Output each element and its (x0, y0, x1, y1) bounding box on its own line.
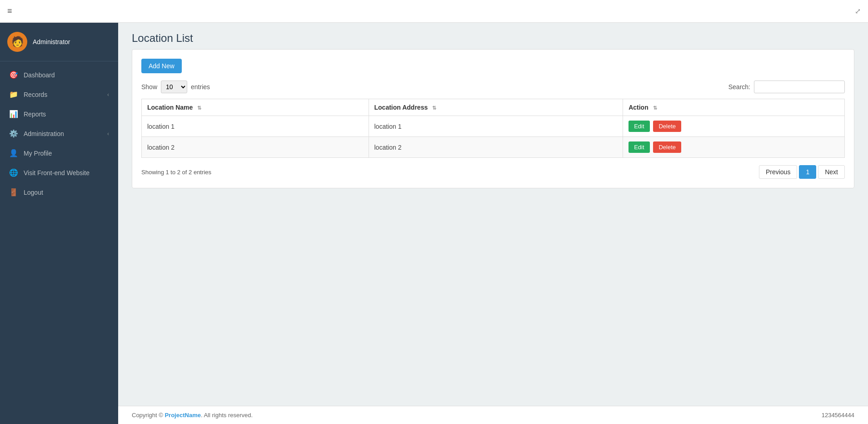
pagination-area: Showing 1 to 2 of 2 entries Previous 1 N… (141, 165, 845, 179)
table-row: location 1 location 1 Edit Delete (142, 116, 845, 137)
hamburger-icon[interactable]: ≡ (7, 6, 12, 16)
entries-select[interactable]: 10 25 50 100 (161, 81, 187, 93)
sidebar-item-dashboard-label: Dashboard (24, 71, 109, 79)
sort-location-name-icon[interactable]: ⇅ (197, 105, 201, 111)
sidebar-item-visit-frontend-label: Visit Front-end Website (24, 169, 109, 177)
sidebar-item-records[interactable]: 📁 Records ‹ (0, 85, 118, 104)
avatar-icon: 🧑 (11, 36, 24, 48)
footer-rights-text: . All rights reserved. (201, 412, 253, 419)
sidebar-nav: 🎯 Dashboard 📁 Records ‹ 📊 Reports ⚙️ Adm… (0, 61, 118, 424)
footer-copyright: Copyright © ProjectName. All rights rese… (132, 412, 253, 419)
add-new-button[interactable]: Add New (141, 59, 182, 73)
content-area: Location List Add New Show 10 25 (118, 23, 868, 424)
cell-location-address: location 1 (369, 116, 623, 137)
showing-info: Showing 1 to 2 of 2 entries (141, 169, 211, 176)
sidebar-item-records-label: Records (24, 91, 102, 98)
sidebar-username: Administrator (33, 38, 70, 45)
col-location-address: Location Address ⇅ (369, 99, 623, 116)
previous-button[interactable]: Previous (759, 165, 797, 179)
content-header: Location List (118, 23, 868, 49)
records-icon: 📁 (9, 90, 18, 99)
topbar-left: ≡ (7, 6, 12, 16)
page-1-button[interactable]: 1 (799, 165, 816, 179)
visit-frontend-icon: 🌐 (9, 168, 18, 177)
table-header-row: Location Name ⇅ Location Address ⇅ Actio… (142, 99, 845, 116)
cell-action: Edit Delete (623, 137, 845, 158)
delete-button[interactable]: Delete (653, 121, 681, 132)
logout-icon: 🚪 (9, 188, 18, 197)
expand-icon[interactable]: ⤢ (855, 7, 861, 15)
sidebar-item-administration-label: Administration (24, 130, 102, 137)
table-controls: Show 10 25 50 100 entries Search: (141, 81, 845, 93)
search-label: Search: (728, 83, 750, 91)
edit-button[interactable]: Edit (629, 121, 649, 132)
content-body: Add New Show 10 25 50 100 entri (118, 49, 868, 406)
sidebar-item-logout[interactable]: 🚪 Logout (0, 182, 118, 202)
administration-icon: ⚙️ (9, 129, 18, 138)
show-entries: Show 10 25 50 100 entries (141, 81, 210, 93)
main-layout: 🧑 Administrator 🎯 Dashboard 📁 Records ‹ … (0, 23, 868, 424)
col-location-name-label: Location Name (147, 104, 193, 111)
table-row: location 2 location 2 Edit Delete (142, 137, 845, 158)
sidebar-item-reports[interactable]: 📊 Reports (0, 104, 118, 124)
col-location-name: Location Name ⇅ (142, 99, 369, 116)
sidebar-user-section: 🧑 Administrator (0, 23, 118, 61)
location-table: Location Name ⇅ Location Address ⇅ Actio… (141, 99, 845, 158)
page-title: Location List (132, 32, 854, 45)
col-action: Action ⇅ (623, 99, 845, 116)
footer-copyright-text: Copyright © (132, 412, 165, 419)
search-input[interactable] (754, 81, 845, 93)
sidebar-item-my-profile[interactable]: 👤 My Profile (0, 143, 118, 163)
avatar: 🧑 (7, 32, 27, 52)
table-body: location 1 location 1 Edit Delete locati… (142, 116, 845, 158)
sidebar-item-administration[interactable]: ⚙️ Administration ‹ (0, 124, 118, 143)
topbar: ≡ ⤢ (0, 0, 868, 23)
col-action-label: Action (629, 104, 649, 111)
search-box: Search: (728, 81, 845, 93)
cell-location-name: location 1 (142, 116, 369, 137)
location-list-card: Add New Show 10 25 50 100 entri (132, 49, 854, 188)
app-footer: Copyright © ProjectName. All rights rese… (118, 406, 868, 424)
topbar-right: ⤢ (855, 7, 861, 15)
my-profile-icon: 👤 (9, 149, 18, 157)
entries-label: entries (191, 83, 210, 91)
show-label: Show (141, 83, 157, 91)
pagination-controls: Previous 1 Next (759, 165, 845, 179)
footer-brand: ProjectName (165, 412, 200, 419)
sidebar-item-visit-frontend[interactable]: 🌐 Visit Front-end Website (0, 163, 118, 182)
footer-phone: 1234564444 (822, 412, 854, 419)
cell-location-address: location 2 (369, 137, 623, 158)
next-button[interactable]: Next (818, 165, 845, 179)
sidebar: 🧑 Administrator 🎯 Dashboard 📁 Records ‹ … (0, 23, 118, 424)
records-arrow: ‹ (107, 91, 109, 98)
sidebar-item-logout-label: Logout (24, 189, 109, 196)
cell-action: Edit Delete (623, 116, 845, 137)
dashboard-icon: 🎯 (9, 71, 18, 79)
sidebar-item-my-profile-label: My Profile (24, 150, 109, 157)
col-location-address-label: Location Address (374, 104, 428, 111)
sidebar-item-dashboard[interactable]: 🎯 Dashboard (0, 65, 118, 85)
edit-button[interactable]: Edit (629, 141, 649, 153)
sidebar-item-reports-label: Reports (24, 111, 109, 118)
delete-button[interactable]: Delete (653, 141, 681, 153)
sort-location-address-icon[interactable]: ⇅ (432, 105, 436, 111)
reports-icon: 📊 (9, 110, 18, 118)
sort-action-icon[interactable]: ⇅ (653, 105, 657, 111)
toolbar: Add New (141, 59, 845, 73)
cell-location-name: location 2 (142, 137, 369, 158)
administration-arrow: ‹ (107, 131, 109, 137)
